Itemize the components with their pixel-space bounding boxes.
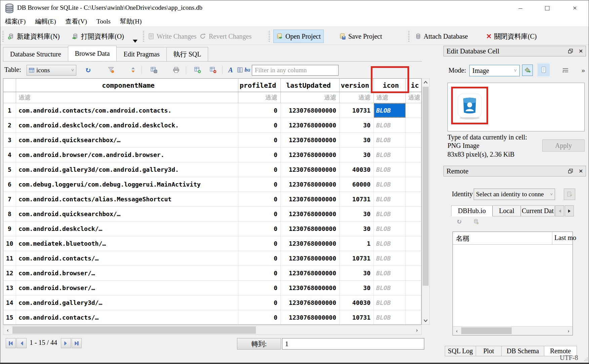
row-number-cell[interactable]: 7 (3, 192, 16, 206)
lastUpdated-cell[interactable]: 1230768000000 (281, 266, 340, 280)
tab-browse-data[interactable]: Browse Data (68, 46, 117, 61)
row-number-cell[interactable]: 6 (3, 177, 16, 192)
close-panel-icon[interactable]: × (579, 167, 583, 175)
row-number-cell[interactable]: 8 (3, 207, 16, 221)
lastUpdated-cell[interactable]: 1230768000000 (281, 118, 340, 132)
partial-cell[interactable] (406, 162, 422, 177)
open-project-button[interactable]: Open Project (273, 30, 324, 43)
refresh-button[interactable]: ↻ (84, 66, 92, 74)
filter-partial[interactable]: 過濾 (406, 92, 422, 103)
icon-blob-cell[interactable]: BLOB (374, 192, 406, 206)
version-cell[interactable]: 30 (340, 221, 374, 236)
scroll-down-icon[interactable] (422, 317, 429, 324)
sort-button[interactable] (129, 66, 138, 74)
scrollbar-thumb[interactable] (423, 87, 429, 286)
partial-cell[interactable] (406, 221, 422, 236)
version-cell[interactable]: 30 (340, 118, 374, 132)
icon-blob-cell[interactable]: BLOB (374, 251, 406, 266)
lastUpdated-cell[interactable]: 1230768000000 (281, 295, 340, 310)
componentName-cell[interactable]: com.debug.loggerui/com.debug.loggerui.Ma… (16, 177, 238, 192)
partial-cell[interactable] (406, 310, 422, 325)
partial-cell[interactable] (406, 236, 422, 251)
profileId-cell[interactable]: 0 (238, 310, 281, 325)
partial-cell[interactable] (406, 266, 422, 280)
previous-page-button[interactable] (16, 338, 27, 348)
menu-view[interactable]: 查看(V) (61, 16, 92, 27)
partial-cell[interactable] (406, 251, 422, 266)
first-page-button[interactable] (6, 338, 16, 348)
version-cell[interactable]: 40030 (340, 295, 374, 310)
lastUpdated-cell[interactable]: 1230768000000 (281, 192, 340, 206)
goto-record-input[interactable] (282, 338, 424, 350)
insert-record-button[interactable] (193, 66, 202, 74)
version-cell[interactable]: 10731 (340, 192, 374, 206)
remote-refresh-icon[interactable]: ↻ (455, 217, 464, 226)
header-componentName[interactable]: componentName (16, 79, 238, 92)
componentName-cell[interactable]: com.android.browser/… (16, 266, 238, 280)
filter-any-column-input[interactable] (252, 65, 339, 76)
remote-col-name[interactable]: 名稱 (456, 234, 469, 243)
row-number-cell[interactable]: 10 (3, 236, 16, 251)
identity-select[interactable]: Select an identity to conne ˅ (474, 189, 555, 200)
scroll-left-icon[interactable]: ‹ (453, 327, 461, 335)
lastUpdated-cell[interactable]: 1230768000000 (281, 133, 340, 147)
componentName-cell[interactable]: com.android.browser/… (16, 281, 238, 295)
menu-file[interactable]: 檔案(F) (0, 16, 30, 27)
icon-blob-cell[interactable]: BLOB (374, 236, 406, 251)
filter-profileId[interactable]: 過濾 (238, 92, 281, 103)
version-cell[interactable]: 1 (340, 236, 374, 251)
close-button[interactable]: × (567, 2, 583, 14)
filter-componentName[interactable]: 過濾 (16, 92, 238, 103)
scrollbar-thumb[interactable] (12, 326, 256, 334)
remote-table-scrollbar[interactable]: ‹ › (453, 326, 573, 335)
open-database-dropdown-arrow[interactable] (133, 40, 138, 43)
text-view-button[interactable] (538, 64, 550, 76)
row-number-cell[interactable]: 4 (3, 148, 16, 162)
profileId-cell[interactable]: 0 (238, 103, 281, 118)
icon-blob-cell[interactable]: BLOB (374, 295, 406, 310)
open-database-button[interactable]: 打開資料庫(O) (69, 30, 127, 43)
tab-database-structure[interactable]: Database Structure (3, 47, 68, 61)
row-number-cell[interactable]: 2 (3, 118, 16, 132)
profileId-cell[interactable]: 0 (238, 133, 281, 147)
identity-import-button[interactable] (564, 189, 575, 200)
profileId-cell[interactable]: 0 (238, 281, 281, 295)
version-cell[interactable]: 30 (340, 148, 374, 162)
profileId-cell[interactable]: 0 (238, 236, 281, 251)
profileId-cell[interactable]: 0 (238, 118, 281, 132)
partial-cell[interactable] (406, 148, 422, 162)
version-cell[interactable]: 30 (340, 281, 374, 295)
lastUpdated-cell[interactable]: 1230768000000 (281, 236, 340, 251)
componentName-cell[interactable]: com.android.deskclock/com.android.deskcl… (16, 118, 238, 132)
icon-blob-cell[interactable]: BLOB (374, 221, 406, 236)
partial-cell[interactable] (406, 103, 422, 118)
dock-tab-db-schema[interactable]: DB Schema (501, 346, 544, 356)
row-number-cell[interactable]: 12 (3, 266, 16, 280)
filter-lastUpdated[interactable]: 過濾 (281, 92, 340, 103)
format-font-button[interactable]: A (226, 66, 235, 74)
header-version[interactable]: version (340, 79, 374, 92)
icon-blob-cell[interactable]: BLOB (374, 310, 406, 325)
next-page-button[interactable] (61, 338, 71, 348)
row-number-cell[interactable]: 3 (3, 133, 16, 147)
lastUpdated-cell[interactable]: 1230768000000 (281, 251, 340, 266)
close-database-button[interactable]: ✕ 關閉資料庫(C) (483, 30, 539, 43)
componentName-cell[interactable]: com.android.contacts/com.android.contact… (16, 103, 238, 118)
menu-help[interactable]: 幫助(H) (115, 16, 146, 27)
version-cell[interactable]: 40030 (340, 162, 374, 177)
last-page-button[interactable] (72, 338, 82, 348)
profileId-cell[interactable]: 0 (238, 207, 281, 221)
componentName-cell[interactable]: com.android.gallery3d/com.android.galler… (16, 162, 238, 177)
partial-cell[interactable] (406, 295, 422, 310)
save-project-button[interactable]: Save Project (337, 30, 385, 43)
partial-cell[interactable] (406, 118, 422, 132)
tab-scroll-right-icon[interactable] (565, 205, 574, 216)
componentName-cell[interactable]: com.android.contacts/alias.MessageShortc… (16, 192, 238, 206)
menu-tools[interactable]: Tools (92, 16, 115, 27)
lastUpdated-cell[interactable]: 1230768000000 (281, 103, 340, 118)
row-number-cell[interactable]: 14 (3, 295, 16, 310)
header-rownum[interactable] (3, 79, 16, 92)
goto-button[interactable]: 轉到: (237, 338, 281, 350)
partial-cell[interactable] (406, 281, 422, 295)
float-panel-icon[interactable] (568, 48, 573, 54)
